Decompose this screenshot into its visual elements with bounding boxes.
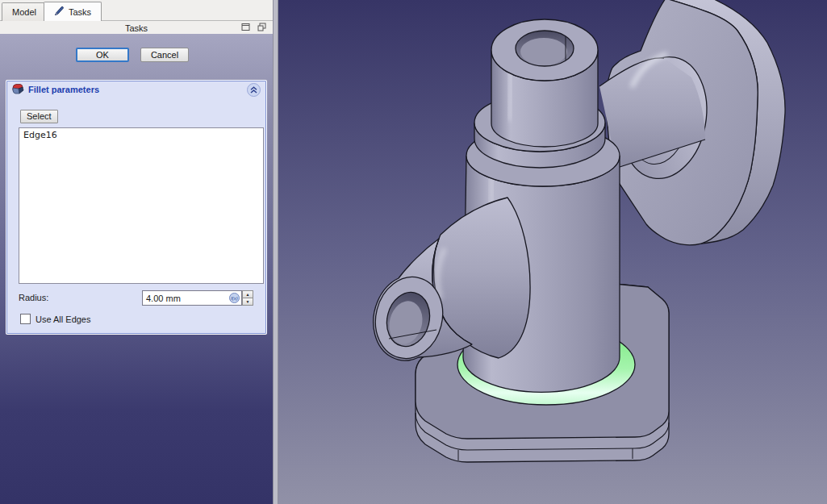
dock-icon[interactable] — [241, 23, 250, 31]
tab-model[interactable]: Model — [2, 2, 47, 21]
radius-spinner: ▲ ▼ — [242, 290, 253, 306]
task-dialog-buttons: OK Cancel — [0, 48, 273, 64]
task-panel-area: OK Cancel Fillet parameters — [0, 34, 273, 504]
fx-icon[interactable]: f(x) — [229, 293, 240, 303]
float-icon[interactable] — [257, 23, 266, 31]
spin-down-icon[interactable]: ▼ — [242, 298, 253, 306]
tab-model-label: Model — [12, 7, 36, 17]
cancel-button[interactable]: Cancel — [140, 48, 189, 62]
fillet-parameters-header: Fillet parameters — [7, 81, 265, 98]
fillet-parameters-title: Fillet parameters — [28, 85, 99, 94]
select-button[interactable]: Select — [20, 110, 58, 123]
top-cylinder[interactable] — [474, 19, 605, 168]
tab-tasks[interactable]: Tasks — [44, 2, 102, 21]
use-all-edges-label: Use All Edges — [36, 314, 90, 324]
use-all-edges-checkbox[interactable] — [20, 314, 31, 324]
radius-label: Radius: — [19, 293, 48, 302]
tab-tasks-label: Tasks — [69, 7, 91, 17]
radius-row: Radius: 4.00 mm f(x) ▲ ▼ — [19, 290, 256, 306]
spin-up-icon[interactable]: ▲ — [242, 290, 253, 298]
chevron-double-up-icon[interactable] — [247, 83, 261, 97]
freecad-window: Model Tasks Tasks — [0, 0, 827, 504]
tasks-dock-titlebar: Tasks — [0, 22, 273, 34]
panel-splitter[interactable] — [273, 0, 278, 504]
dock-title-text: Tasks — [125, 23, 148, 33]
edge-list-item[interactable]: Edge16 — [19, 128, 263, 142]
use-all-edges-row: Use All Edges — [20, 314, 90, 324]
combo-view-panel: Model Tasks Tasks — [0, 0, 273, 504]
edge-list[interactable]: Edge16 — [19, 127, 264, 284]
3d-viewport[interactable] — [278, 0, 827, 504]
part-fillet-icon — [12, 83, 24, 96]
ok-button[interactable]: OK — [76, 48, 129, 62]
pen-icon — [54, 6, 65, 18]
fillet-parameters-section: Fillet parameters Select Edge16 Radius: — [6, 81, 266, 334]
top-boss-bore-wall — [520, 38, 567, 65]
radius-input[interactable]: 4.00 mm f(x) — [142, 290, 242, 306]
combo-view-tabbar: Model Tasks — [0, 0, 273, 21]
radius-value[interactable]: 4.00 mm — [143, 294, 229, 303]
